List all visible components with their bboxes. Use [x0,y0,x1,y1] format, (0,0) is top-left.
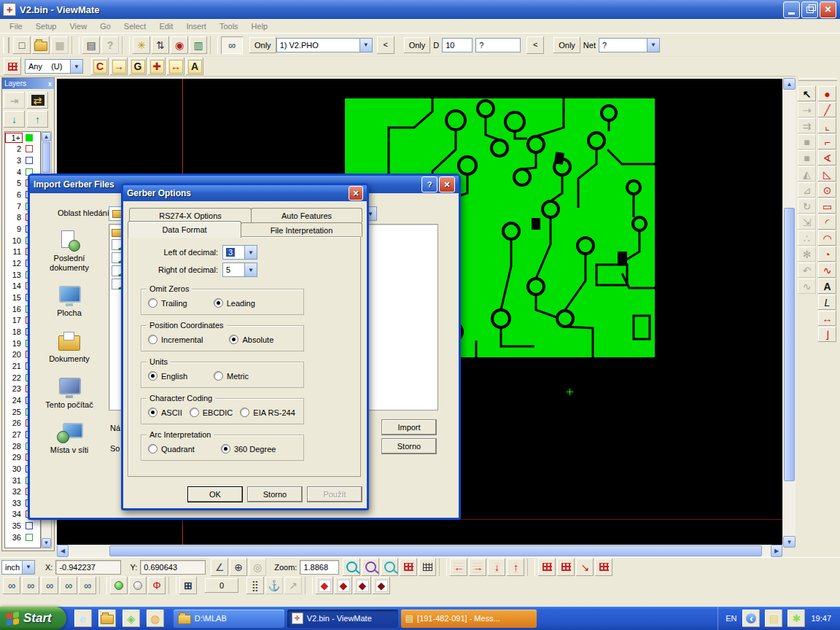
prev-layer-button[interactable]: < [377,36,394,54]
jump-corner-icon[interactable]: ↘ [576,559,594,576]
layer-combo[interactable]: 1) V2.PHO▼ [276,38,373,52]
radio-absolute[interactable]: Absolute [229,335,273,344]
task-d-mlab[interactable]: D:\MLAB [174,610,284,628]
radio-icon[interactable] [148,371,158,381]
draw-corner-icon[interactable]: ⌞ [818,118,836,133]
select-cursor-icon[interactable]: ↖ [798,86,816,101]
restore-button[interactable] [801,1,818,18]
menu-tools[interactable]: Tools [213,20,245,32]
tab-data-format[interactable]: Data Format [128,221,241,238]
quick-books-icon[interactable]: ◈ [122,610,140,627]
layer-scroll-thumb[interactable] [42,142,50,173]
close-button[interactable]: ✕ [349,186,363,201]
task-v2-bin-viewmate[interactable]: ✛V2.bin - ViewMate [287,610,398,628]
view-sketch-icon[interactable]: ∞ [79,577,96,594]
import-button[interactable]: Import [381,419,437,435]
menu-insert[interactable]: Insert [179,20,213,32]
tray-app-icon[interactable]: ✱ [788,610,805,627]
close-icon[interactable]: x [48,80,52,88]
menu-view[interactable]: View [63,20,93,32]
language-indicator[interactable]: EN [726,614,736,623]
chevron-down-icon[interactable]: ▼ [244,246,257,259]
quick-folder-icon[interactable] [98,610,116,627]
film-colors-icon[interactable]: ▥ [190,36,207,54]
radio-leading[interactable]: Leading [214,298,255,308]
radio-incremental[interactable]: Incremental [148,335,203,344]
dcode-flash-icon[interactable]: ✚ [148,58,166,75]
grid-capture-icon[interactable] [400,559,417,576]
layer-row-36[interactable]: 36 [5,532,40,543]
menu-help[interactable]: Help [245,20,275,32]
clock[interactable]: 19:47 [811,614,831,623]
angle-measure-icon[interactable]: ∠ [211,559,228,576]
radio-trailing[interactable]: Trailing [148,298,187,308]
aperture-grid-icon[interactable] [4,58,21,75]
scroll-down-icon[interactable]: ▼ [783,536,796,548]
draw-curve-icon[interactable]: ◜ [818,214,836,230]
place-m-sta-v-s-ti[interactable]: Místa v síti [35,421,104,455]
vscroll-thumb[interactable] [784,208,795,481]
layer-color-swatch[interactable] [26,534,33,541]
route-corner-icon[interactable]: ⌋ [818,327,836,342]
ok-button[interactable]: OK [187,486,243,502]
view-pads-icon[interactable]: ∞ [41,577,58,594]
zoom-grid-icon[interactable] [362,559,379,576]
layer-color-swatch[interactable] [26,522,33,529]
tray-collapse-icon[interactable]: ‹ [742,610,760,627]
view-glasses-icon[interactable]: ∞ [3,577,20,594]
origin-target-icon[interactable]: ⊕ [230,559,247,576]
radio-quadrant[interactable]: Quadrant [148,444,195,454]
pan-left-icon[interactable]: ← [450,559,467,576]
start-button[interactable]: Start [0,607,66,630]
chevron-down-icon[interactable]: ▼ [359,39,372,52]
close-button[interactable]: ✕ [439,176,455,192]
probe-marker-icon[interactable]: Φ [148,577,166,594]
flash-dark-icon[interactable]: ◆ [354,577,371,594]
menu-edit[interactable]: Edit [152,20,179,32]
draw-arc-icon[interactable]: ◠ [818,230,836,246]
layer-color-swatch[interactable] [26,134,33,141]
scroll-up-icon[interactable]: ▲ [783,78,796,90]
layer-up-icon[interactable]: ↑ [27,111,48,128]
place-dokumenty[interactable]: Dokumenty [35,330,104,364]
dcode-next-icon[interactable]: → [110,58,128,75]
draw-triangle-icon[interactable]: ◺ [818,166,836,182]
pan-down-icon[interactable]: ↓ [488,559,505,576]
open-file-icon[interactable] [32,36,50,54]
only-net-toggle[interactable]: Only [553,37,580,53]
dcode-input[interactable]: 10 [442,38,472,52]
left-of-decimal-combo[interactable]: 3▼ [222,245,257,260]
view-lines-icon[interactable]: ∞ [22,577,39,594]
menu-file[interactable]: File [3,20,29,32]
aperture-shape-combo[interactable]: Any (U)▼ [25,59,83,74]
lamp-on-icon[interactable] [110,577,128,594]
only-dcode-toggle[interactable]: Only [404,37,431,53]
quick-ie-icon[interactable]: e [74,610,92,627]
draw-quarter-icon[interactable]: ◔ [818,246,836,262]
radio-icon[interactable] [214,298,223,308]
zoom-window-icon[interactable] [381,559,398,576]
pan-up-icon[interactable]: ↑ [507,559,524,576]
place-tento-po-ta[interactable]: Tento počítač [35,376,104,410]
dcode-table-icon[interactable]: ⊞ [179,577,197,594]
radio-icon[interactable] [221,444,230,454]
draw-angle-icon[interactable]: ∢ [818,150,836,166]
dcode-swap-icon[interactable]: ↔ [167,58,184,75]
radio-english[interactable]: English [148,371,187,381]
pan-right-icon[interactable]: → [469,559,486,576]
probe-circle-icon[interactable]: ◉ [171,36,188,54]
radio-icon[interactable] [214,371,223,381]
grid-b-icon[interactable] [557,559,575,576]
view-marks-icon[interactable]: ∞ [60,577,77,594]
draw-spline-icon[interactable]: ∿ [818,262,836,278]
radio-icon[interactable] [148,444,158,454]
draw-circle-icon[interactable]: ⊙ [818,182,836,198]
radio-icon[interactable] [148,408,158,417]
only-layer-toggle[interactable]: Only [249,37,276,53]
toolbar-handle[interactable] [3,37,9,53]
net-combo[interactable]: ?▼ [599,38,660,52]
radio-metric[interactable]: Metric [214,371,249,381]
count-display[interactable]: 0 [205,578,238,593]
radio-icon[interactable] [240,408,249,417]
flash-red-icon[interactable]: ◆ [335,577,352,594]
